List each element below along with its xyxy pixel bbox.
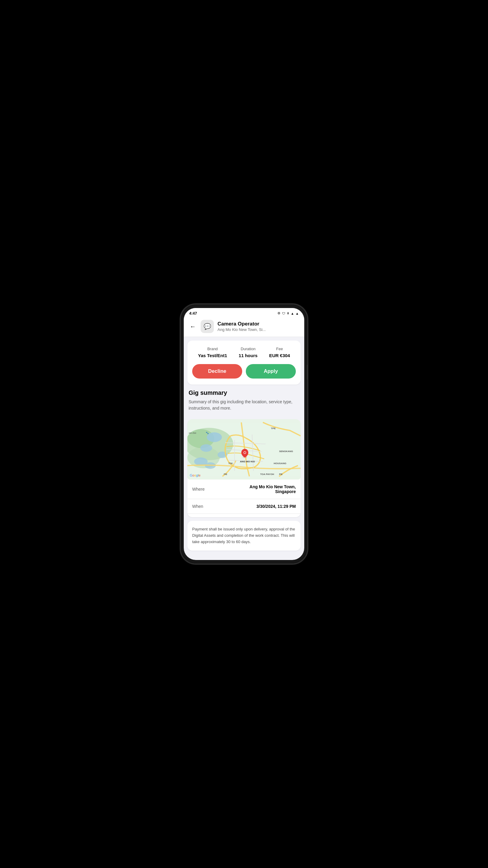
svg-text:HOUGANG: HOUGANG (273, 462, 286, 465)
fee-label: Fee (269, 347, 290, 351)
gig-summary-title: Gig summary (189, 390, 299, 396)
fee-col: Fee EUR €304 (269, 347, 290, 358)
map-container[interactable]: TPE SENGKANG HOUGANG PIE TOA PAYOH PIE T… (187, 419, 301, 479)
scroll-content: Brand Yas Test/Ent1 Duration 11 hours Fe… (184, 337, 304, 560)
where-value: Ang Mo Kio New Town, Singapore (228, 484, 296, 494)
where-row: Where Ang Mo Kio New Town, Singapore (187, 479, 301, 499)
header-text: Camera Operator Ang Mo Kio New Town, Si.… (218, 321, 299, 332)
duration-value: 11 hours (238, 353, 258, 358)
svg-point-4 (207, 433, 222, 442)
fee-value: EUR €304 (269, 353, 290, 358)
duration-col: Duration 11 hours (238, 347, 258, 358)
brand-col: Brand Yas Test/Ent1 (198, 347, 227, 358)
back-button[interactable]: ← (189, 322, 197, 331)
side-button[interactable] (307, 365, 307, 380)
avatar: 💬 (201, 320, 214, 333)
shield-icon: 🛡 (282, 312, 285, 315)
map-svg: TPE SENGKANG HOUGANG PIE TOA PAYOH PIE T… (187, 419, 301, 479)
svg-text:ANG MO KIO: ANG MO KIO (240, 460, 255, 463)
job-title: Camera Operator (218, 321, 299, 327)
job-location: Ang Mo Kio New Town, Si... (218, 327, 299, 332)
phone-screen: 4:47 ⚙ 🛡 ⬇ ▲ ▲ ← 💬 Camera Operator (184, 308, 304, 560)
where-label: Where (192, 487, 204, 492)
payment-card: Payment shall be issued only upon delive… (187, 521, 301, 550)
svg-text:PIE: PIE (224, 473, 227, 475)
apply-button[interactable]: Apply (246, 364, 296, 378)
brand-value: Yas Test/Ent1 (198, 353, 227, 358)
header: ← 💬 Camera Operator Ang Mo Kio New Town,… (184, 317, 304, 337)
svg-text:TOA PAYOH: TOA PAYOH (260, 473, 274, 475)
status-bar: 4:47 ⚙ 🛡 ⬇ ▲ ▲ (184, 308, 304, 317)
decline-button[interactable]: Decline (192, 364, 242, 378)
svg-text:SENGKANG: SENGKANG (279, 450, 293, 453)
payment-text: Payment shall be issued only upon delive… (192, 526, 296, 545)
signal-icon: ▲ (295, 312, 299, 315)
gig-details-card: Brand Yas Test/Ent1 Duration 11 hours Fe… (187, 341, 301, 384)
duration-row: Duration 11 hours (187, 514, 301, 517)
data-icon: ⬇ (287, 312, 289, 315)
when-value: 3/30/2024, 11:29 PM (256, 504, 296, 509)
settings-icon: ⚙ (278, 311, 281, 315)
phone-frame: 4:47 ⚙ 🛡 ⬇ ▲ ▲ ← 💬 Camera Operator (181, 304, 307, 564)
status-icons: ⚙ 🛡 ⬇ ▲ ▲ (278, 311, 299, 315)
brand-label: Brand (198, 347, 227, 351)
gig-summary-section: Gig summary Summary of this gig includin… (187, 388, 301, 415)
duration-label: Duration (238, 347, 258, 351)
status-time: 4:47 (189, 311, 197, 315)
svg-point-21 (244, 452, 246, 453)
bottom-spacer (187, 554, 301, 556)
when-label: When (192, 504, 203, 509)
svg-text:ore Zoo: ore Zoo (189, 432, 196, 434)
gig-details: Brand Yas Test/Ent1 Duration 11 hours Fe… (192, 347, 296, 358)
svg-point-5 (200, 444, 212, 452)
gig-summary-desc: Summary of this gig including the locati… (189, 399, 299, 411)
google-logo: Google (190, 473, 201, 477)
wifi-icon: ▲ (291, 312, 294, 315)
location-section: TPE SENGKANG HOUGANG PIE TOA PAYOH PIE T… (187, 419, 301, 517)
when-row: When 3/30/2024, 11:29 PM (187, 499, 301, 514)
avatar-icon: 💬 (204, 323, 211, 330)
svg-text:TOK: TOK (228, 462, 233, 465)
svg-text:TPE: TPE (271, 427, 276, 430)
svg-text:PIE: PIE (279, 473, 283, 475)
svg-text:🐾: 🐾 (206, 431, 209, 434)
action-buttons: Decline Apply (192, 364, 296, 378)
